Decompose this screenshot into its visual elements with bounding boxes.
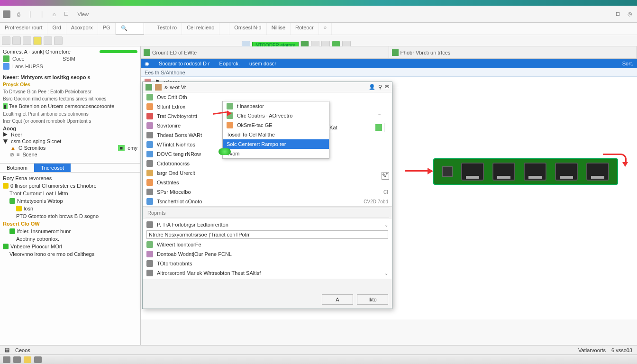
dlg-lower-item[interactable]: Dontoab Wodnt|Our Pene FCNL bbox=[143, 249, 392, 259]
tb-btn-4[interactable] bbox=[33, 36, 42, 45]
tb-btn-6[interactable] bbox=[54, 36, 63, 45]
tree-node[interactable]: PTO Gtontco stoh brcws B D sogno bbox=[2, 212, 138, 220]
tree-node[interactable]: Vnbeore Ploocur MOrl bbox=[2, 243, 138, 250]
tree-node[interactable]: Vleorvnno lrono ore rmo od Cslthegs bbox=[2, 250, 138, 258]
submenu-item[interactable]: Clrc Coutrrs · AOrveetro bbox=[223, 111, 329, 120]
search-icon[interactable]: ⚲ bbox=[378, 84, 382, 90]
ribbon-tab-0[interactable]: Protreselor rourt bbox=[0, 23, 47, 35]
chevron-down-icon[interactable]: ⌄ bbox=[377, 110, 382, 117]
bh-d[interactable]: Sort. bbox=[622, 61, 633, 66]
tb-btn-1[interactable] bbox=[2, 36, 10, 45]
taskbar-item[interactable] bbox=[24, 356, 31, 363]
lp-desc2: Bsro Gocnon nlnd cumers tectons snres ni… bbox=[3, 96, 137, 102]
tree-node[interactable]: Nmtetyoonls Wtrtop bbox=[2, 197, 138, 205]
dlg-lower-item[interactable]: TOtortrotrobnts bbox=[143, 259, 392, 268]
leaf-icon bbox=[9, 198, 15, 204]
lp-desc3: ▮ Tee Botenion on Urcem cemsoncosncoroon… bbox=[3, 103, 137, 109]
submenu-item[interactable]: Tvom bbox=[223, 149, 329, 158]
app-toolbar: ⎙ │ │ ⌂ ☐ View ⊟ ◎ bbox=[0, 6, 637, 23]
tool-btn-3[interactable]: │ bbox=[39, 10, 46, 18]
dlg-item[interactable]: Ovc Crtlt Oth bbox=[143, 92, 392, 102]
ribbon-tab-2[interactable]: Acoxporx bbox=[66, 23, 98, 35]
pane-header-b: Phobr Vbrcti un trtces bbox=[389, 46, 637, 58]
lp-scene: Scene bbox=[22, 152, 37, 157]
taskbar-item[interactable] bbox=[3, 356, 10, 363]
help-icon[interactable]: ⊟ bbox=[614, 10, 622, 18]
submenu-item-selected[interactable]: Solc Centerert Rampo rer bbox=[223, 139, 329, 149]
dlg-item[interactable]: Ovsttntes bbox=[143, 178, 392, 187]
ribbon-rtab-0[interactable]: Testol ro bbox=[153, 23, 182, 35]
taskbar bbox=[0, 355, 637, 364]
lp-tab-b[interactable]: Tncreosot bbox=[34, 164, 71, 172]
lp-reer: Reer bbox=[11, 132, 22, 137]
tree-node[interactable]: 0 llnsor perul Cl umorster cs Ehnobre bbox=[2, 182, 138, 190]
dlg-lower-item[interactable]: P. TrA Forlobrgsr Ecdtonrertton⌄ bbox=[143, 220, 392, 229]
list-icon bbox=[146, 160, 153, 167]
dlg-item[interactable]: Crdotronocrss bbox=[143, 159, 392, 168]
blue-sub-row: Ees th S/Ahthone bbox=[141, 68, 637, 77]
dot-icon bbox=[146, 122, 153, 129]
ribbon-rtab-close[interactable]: ○ bbox=[319, 23, 332, 35]
ribbon-search[interactable]: 🔍 bbox=[116, 23, 144, 35]
tb-btn-3[interactable] bbox=[23, 36, 31, 45]
dlg-lower-item[interactable]: Witreert loontcorFe bbox=[143, 240, 392, 249]
brush-icon bbox=[227, 122, 233, 128]
mail-icon[interactable]: ✉ bbox=[385, 84, 389, 90]
tree-node[interactable]: Aootnny cotronlox. bbox=[2, 235, 138, 243]
dialog-combo[interactable]: I. Kat bbox=[323, 123, 384, 132]
lp-tab-a[interactable]: Botonom bbox=[0, 164, 34, 172]
tb-btn-2[interactable] bbox=[12, 36, 21, 45]
taskbar-item[interactable] bbox=[13, 356, 21, 363]
tb-btn-5[interactable] bbox=[44, 36, 52, 45]
dlg-item[interactable]: lsrgr Ond Urerclt▸ bbox=[143, 168, 392, 178]
star-icon bbox=[16, 206, 22, 211]
submenu-item[interactable]: OkSrsE·tac GE bbox=[223, 120, 329, 130]
status-left: Ceoos bbox=[15, 347, 30, 353]
tool-btn-2[interactable]: │ bbox=[27, 10, 34, 18]
bh-c[interactable]: usem doscr bbox=[249, 61, 276, 66]
tool-btn-4[interactable]: ⌂ bbox=[51, 10, 58, 18]
submenu-item[interactable]: Tosod To Cel Mallthe bbox=[223, 130, 329, 139]
settings-icon[interactable]: ◎ bbox=[626, 10, 634, 18]
ribbon-tab-3[interactable]: PG bbox=[98, 23, 116, 35]
edit-icon[interactable]: ✎ bbox=[382, 172, 389, 180]
tool-btn-5[interactable]: ☐ bbox=[62, 10, 71, 18]
taskbar-item[interactable] bbox=[34, 356, 42, 363]
dlg-btn-b[interactable]: lkto bbox=[357, 294, 388, 305]
server-icon bbox=[146, 260, 153, 267]
tree-node[interactable]: Rory Esna revorenes bbox=[2, 174, 138, 182]
tree-node[interactable]: ifoler. Insnumerort hunr bbox=[2, 228, 138, 235]
plus-icon bbox=[375, 124, 382, 131]
dlg-edit-field[interactable]: Ntrdre Nosxyormotrsrsoe |'Tranct conTPot… bbox=[146, 230, 388, 239]
circle-icon bbox=[3, 63, 9, 70]
ribbon-rtab-2[interactable]: Omsesl N·d bbox=[229, 23, 266, 35]
lp-badge: ■ bbox=[118, 145, 125, 151]
ribbon-rtab-3[interactable]: Nillise bbox=[267, 23, 291, 35]
dlg-item[interactable]: SPsr MtocelboCI bbox=[143, 187, 392, 197]
person-icon[interactable]: 👤 bbox=[369, 84, 375, 90]
lp-ssim: SSIM bbox=[63, 56, 75, 62]
ribbon-rtab-1[interactable]: Cel relcieno bbox=[182, 23, 219, 35]
menu-view[interactable]: View bbox=[75, 10, 91, 18]
bh-a[interactable]: Socaror to rodosol D r bbox=[159, 61, 210, 66]
window-icon bbox=[146, 141, 153, 148]
tool-btn-1[interactable]: ⎙ bbox=[15, 10, 22, 18]
doc-icon bbox=[146, 221, 153, 228]
dlg-item[interactable]: Tsnchertrlot cOnotoCV2D 7obd bbox=[143, 197, 392, 206]
bh-b[interactable]: Eoporck. bbox=[219, 61, 240, 66]
ribbon-tab-1[interactable]: Grd bbox=[47, 23, 66, 35]
tree-node[interactable]: Rosert Clo OW bbox=[2, 220, 138, 228]
globe-icon bbox=[146, 241, 153, 248]
ribbon-rtab-4[interactable]: Roteocr bbox=[291, 23, 319, 35]
window-titlebar bbox=[0, 0, 637, 6]
tree-node[interactable]: losn bbox=[2, 205, 138, 212]
pane-header-a: Grount ED of EWte bbox=[141, 46, 389, 58]
ethernet-port-icon bbox=[524, 163, 546, 181]
lp-desc5: Incr Cqut (or oonont ronrobolr Uporntont… bbox=[3, 118, 137, 124]
tree-node[interactable]: Tront Curtorut Loat LMtrn bbox=[2, 190, 138, 197]
lp-proyck: Proyck Oles bbox=[3, 82, 137, 88]
status-right-a: Vatiarvoorts bbox=[578, 347, 606, 353]
dlg-lower-item[interactable]: Altrorsorontl Marlek Whtrsobton Thest SA… bbox=[143, 268, 392, 278]
submenu-item[interactable]: t inasbestor bbox=[223, 101, 329, 111]
dlg-btn-a[interactable]: A bbox=[322, 294, 353, 305]
